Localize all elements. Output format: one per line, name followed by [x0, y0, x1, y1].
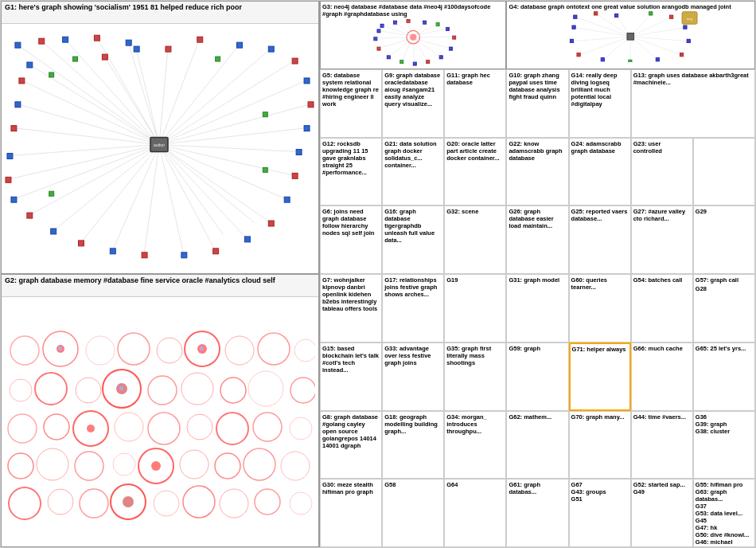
svg-point-116 — [48, 489, 73, 515]
g4-graph: img — [509, 10, 753, 62]
g3-svg — [322, 18, 504, 67]
svg-line-16 — [159, 145, 271, 224]
panel-g24: G24: adamscrabb graph database — [569, 138, 631, 206]
panel-g1-title: G1: here's graph showing 'socialism' 195… — [2, 2, 318, 24]
svg-line-20 — [144, 145, 159, 255]
svg-rect-64 — [11, 126, 17, 131]
svg-rect-63 — [7, 153, 13, 159]
panel-g14: G14: really deep diving logseq brilliant… — [569, 69, 631, 138]
panel-g61-title: G61: graph databas... — [509, 481, 566, 495]
svg-point-104 — [253, 413, 282, 441]
svg-rect-131 — [200, 346, 204, 350]
svg-line-27 — [10, 145, 159, 156]
panel-g18-title: G18: geograph modelling building graph..… — [384, 413, 442, 435]
svg-point-85 — [225, 336, 254, 365]
panel-g27-title: G27: #azure valley cto richard... — [633, 208, 691, 222]
svg-point-109 — [113, 453, 135, 476]
panel-g60: G60: queries tearner... — [569, 274, 631, 342]
svg-rect-186 — [670, 15, 673, 18]
panel-g65-title: G65: 25 let's yrs... — [696, 345, 753, 352]
svg-rect-181 — [627, 33, 634, 40]
svg-rect-185 — [649, 12, 653, 15]
svg-point-121 — [220, 489, 248, 518]
panel-g13-title: G13: graph uses database akbarth3great #… — [633, 72, 753, 86]
svg-rect-47 — [308, 102, 314, 108]
svg-line-160 — [415, 39, 427, 61]
svg-rect-147 — [387, 56, 390, 59]
panel-g70-title: G70: graph many... — [571, 413, 629, 421]
panel-g14-title: G14: really deep diving logseq brilliant… — [571, 72, 629, 108]
svg-line-178 — [579, 37, 631, 55]
svg-rect-74 — [263, 112, 267, 117]
panel-g3: G3: neo4j database #database data #neo4j… — [320, 1, 506, 69]
panel-g64-title: G64 — [446, 481, 504, 488]
main-grid: G1: here's graph showing 'socialism' 195… — [0, 0, 756, 548]
panel-g71: G71: helper always — [569, 342, 631, 411]
panel-g22-title: G22: know adamscrabb graph database — [509, 140, 566, 162]
panel-g60-title: G60: queries tearner... — [571, 276, 629, 291]
panel-g70: G70: graph many... — [569, 411, 631, 480]
panel-g15-title: G15: based blockchain let's talk #cotI's… — [322, 345, 380, 374]
svg-rect-70 — [166, 46, 171, 52]
svg-rect-195 — [572, 25, 575, 29]
svg-rect-39 — [63, 37, 68, 42]
svg-line-162 — [401, 39, 412, 61]
svg-point-95 — [248, 371, 283, 406]
svg-point-106 — [8, 453, 33, 479]
svg-rect-53 — [244, 237, 250, 242]
svg-rect-60 — [27, 213, 33, 218]
svg-point-88 — [10, 379, 32, 401]
panel-g38-title: G38: cluster — [696, 428, 753, 435]
svg-line-151 — [382, 25, 411, 35]
svg-line-8 — [159, 49, 271, 144]
svg-rect-65 — [15, 102, 21, 108]
svg-point-114 — [281, 452, 310, 480]
svg-line-180 — [575, 28, 631, 37]
panel-g66-title: G66: much cache — [633, 345, 691, 352]
svg-rect-67 — [27, 62, 33, 68]
svg-rect-50 — [292, 173, 298, 178]
svg-rect-57 — [110, 249, 115, 254]
svg-line-6 — [159, 39, 200, 144]
panel-g62-title: G62: mathem... — [509, 413, 566, 421]
panel-g35: G35: graph first literally mass shooting… — [444, 342, 506, 411]
svg-line-172 — [631, 28, 686, 37]
panel-g25: G25: reported vaers database... — [569, 206, 631, 274]
svg-line-165 — [375, 37, 411, 39]
panel-g17-title: G17: relationships joins festive graph s… — [384, 276, 442, 298]
svg-line-155 — [415, 24, 438, 35]
svg-rect-188 — [688, 39, 691, 42]
panel-g1: G1: here's graph showing 'socialism' 195… — [1, 1, 319, 274]
svg-rect-148 — [377, 47, 380, 50]
panel-g67-g43-g51: G67 G43: groups G51 — [569, 479, 631, 547]
svg-point-92 — [148, 376, 177, 405]
panel-g8-title: G8: graph database #golang cayley open s… — [322, 413, 380, 449]
svg-rect-193 — [577, 53, 580, 57]
svg-text:author: author — [154, 144, 165, 148]
panel-g59-title: G59: graph — [509, 345, 566, 352]
svg-line-173 — [631, 37, 689, 41]
panel-g5-title: G5: database system relational knowledge… — [322, 72, 380, 108]
svg-line-17 — [159, 145, 247, 239]
panel-g43-title: G43: groups — [571, 488, 629, 495]
panel-g3-title: G3: neo4j database #database data #neo4j… — [322, 3, 504, 18]
svg-line-159 — [415, 39, 441, 57]
panel-g53-title: G53: data level... — [696, 510, 753, 517]
svg-rect-187 — [684, 25, 687, 29]
svg-point-87 — [294, 339, 315, 362]
svg-point-98 — [44, 414, 69, 440]
svg-rect-132 — [119, 386, 123, 390]
svg-point-122 — [255, 489, 280, 515]
panel-g17: G17: relationships joins festive graph s… — [382, 274, 444, 342]
svg-line-30 — [21, 80, 159, 145]
panel-g10-title: G10: graph zhang paypal uses time databa… — [509, 72, 566, 100]
svg-rect-41 — [126, 40, 131, 45]
g1-svg: author — [2, 24, 318, 272]
panel-g71-title: G71: helper always — [572, 346, 628, 353]
svg-line-10 — [159, 80, 306, 145]
svg-rect-145 — [413, 62, 416, 65]
svg-rect-52 — [268, 221, 274, 226]
panel-g4-title: G4: database graph ontotext one great va… — [509, 3, 753, 10]
panel-g31: G31: graph model — [506, 274, 568, 342]
svg-line-2 — [41, 41, 159, 144]
